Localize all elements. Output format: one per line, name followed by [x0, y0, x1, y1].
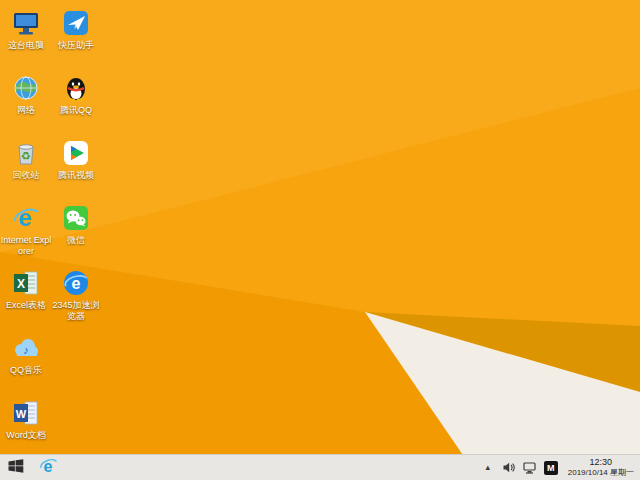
system-tray: ▴ M 12:30 2019/10/14 星期一 [481, 457, 640, 478]
recycle-bin-icon: ♻ [11, 138, 41, 168]
svg-text:♻: ♻ [21, 150, 31, 162]
network-icon [11, 73, 41, 103]
desktop-icon-label: 2345加速浏览器 [50, 300, 102, 322]
desktop-icon-label: QQ音乐 [10, 365, 42, 376]
show-hidden-icons-button[interactable]: ▴ [481, 460, 495, 476]
volume-icon[interactable] [502, 460, 516, 476]
desktop-icon-label: Internet Explorer [0, 235, 52, 257]
desktop-icon-network[interactable]: 网络 [0, 73, 52, 138]
desktop-icon-label: Word文档 [6, 430, 45, 441]
desktop-icon-this-pc[interactable]: 这台电脑 [0, 8, 52, 73]
desktop-icon-qq-music[interactable]: ♪ QQ音乐 [0, 333, 52, 398]
svg-text:♪: ♪ [23, 344, 29, 356]
kuaiya-icon [61, 8, 91, 38]
qq-music-icon: ♪ [11, 333, 41, 363]
clock-date: 2019/10/14 星期一 [568, 468, 634, 478]
taskbar-clock[interactable]: 12:30 2019/10/14 星期一 [568, 457, 634, 478]
desktop-icon-excel[interactable]: X Excel表格 [0, 268, 52, 333]
desktop-icons-column-2: 快压助手 腾讯QQ [50, 8, 102, 333]
windows-logo-icon [8, 459, 24, 477]
desktop-icon-wechat[interactable]: 微信 [50, 203, 102, 268]
desktop-icon-internet-explorer[interactable]: e Internet Explorer [0, 203, 52, 268]
desktop-icon-tencent-qq[interactable]: 腾讯QQ [50, 73, 102, 138]
desktop-icon-2345-browser[interactable]: e 2345加速浏览器 [50, 268, 102, 333]
start-button[interactable] [0, 455, 32, 480]
desktop-icon-tencent-video[interactable]: 腾讯视频 [50, 138, 102, 203]
excel-icon: X [11, 268, 41, 298]
svg-text:W: W [16, 408, 27, 420]
svg-text:e: e [18, 204, 31, 231]
browser-2345-icon: e [61, 268, 91, 298]
qq-icon [61, 73, 91, 103]
desktop-icon-label: 微信 [67, 235, 85, 246]
wechat-icon [61, 203, 91, 233]
desktop-icon-label: 网络 [17, 105, 35, 116]
internet-explorer-icon: e [11, 203, 41, 233]
taskbar: e ▴ M [0, 454, 640, 480]
desktop-icon-label: Excel表格 [6, 300, 46, 311]
taskbar-internet-explorer-button[interactable]: e [32, 455, 64, 480]
desktop-icon-recycle-bin[interactable]: ♻ 回收站 [0, 138, 52, 203]
desktop-icon-label: 快压助手 [58, 40, 94, 51]
input-method-indicator[interactable]: M [544, 461, 558, 475]
word-icon: W [11, 398, 41, 428]
internet-explorer-icon: e [39, 456, 58, 479]
desktop-icon-label: 腾讯视频 [58, 170, 94, 181]
desktop: 这台电脑 网络 ♻ 回收站 [0, 0, 640, 480]
desktop-icons-column-1: 这台电脑 网络 ♻ 回收站 [0, 8, 52, 463]
desktop-icon-label: 这台电脑 [8, 40, 44, 51]
desktop-icon-label: 回收站 [13, 170, 40, 181]
desktop-icon-kuaiya[interactable]: 快压助手 [50, 8, 102, 73]
clock-time: 12:30 [568, 457, 634, 468]
this-pc-icon [11, 8, 41, 38]
tencent-video-icon [61, 138, 91, 168]
desktop-icon-label: 腾讯QQ [60, 105, 92, 116]
svg-text:X: X [17, 277, 25, 291]
network-icon[interactable] [523, 460, 537, 476]
